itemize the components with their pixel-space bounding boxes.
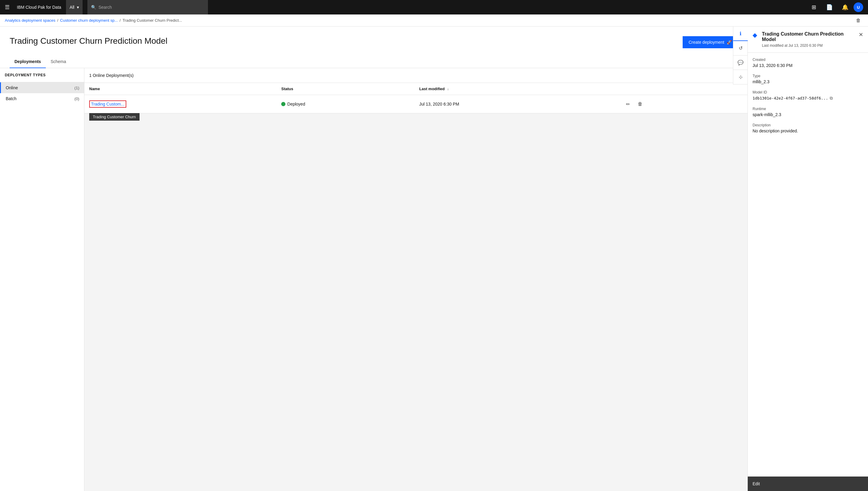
edit-row-btn[interactable]: ✏ (623, 99, 633, 109)
sidebar-item-batch-label: Batch (6, 96, 17, 101)
field-description-label: Description (752, 123, 863, 127)
cell-last-modified: Jul 13, 2020 6:30 PM (414, 95, 618, 113)
sort-icon: ↓ (447, 87, 449, 91)
document-icon-btn[interactable]: 📄 (822, 0, 837, 15)
delete-row-btn[interactable]: 🗑 (635, 99, 645, 109)
cell-status: Deployed (276, 95, 414, 113)
panel-model-icon: ◆ (752, 31, 757, 38)
field-type-label: Type (752, 74, 863, 78)
right-panel-header: ◆ Trading Customer Churn Prediction Mode… (748, 27, 868, 53)
breadcrumb-sep-2: / (120, 18, 121, 23)
field-runtime: Runtime spark-mllib_2.3 (752, 107, 863, 117)
field-runtime-value: spark-mllib_2.3 (752, 112, 863, 117)
data-table: Name Status Last modified ↓ (84, 83, 747, 113)
search-bar[interactable]: 🔍 (87, 0, 208, 15)
content-area: DEPLOYMENT TYPES Online (1) Batch (0) 1 … (0, 68, 747, 491)
all-dropdown[interactable]: All ▾ (66, 0, 83, 15)
top-nav: ☰ IBM Cloud Pak for Data All ▾ 🔍 ⊞ 📄 🔔 U (0, 0, 868, 15)
sidebar: DEPLOYMENT TYPES Online (1) Batch (0) (0, 68, 84, 491)
sidebar-item-online-badge: (1) (74, 86, 79, 90)
create-deployment-label: Create deployment (689, 40, 724, 45)
rocket-icon: 🚀 (727, 40, 732, 45)
status-cell: Deployed (281, 102, 410, 107)
breadcrumb-link-2[interactable]: Customer churn deployment sp... (60, 18, 118, 23)
col-status: Status (276, 83, 414, 95)
apps-icon-btn[interactable]: ⊞ (807, 0, 821, 15)
field-type-value: mllib_2.3 (752, 79, 863, 84)
page-header: Trading Customer Churn Prediction Model … (0, 27, 747, 68)
field-model-id-label: Model ID (752, 90, 863, 94)
status-dot (281, 102, 285, 106)
notification-icon-btn[interactable]: 🔔 (838, 0, 852, 15)
tab-deployments[interactable]: Deployments (10, 56, 46, 68)
field-model-id: Model ID 1db1301e-42e2-4f67-ad37-58df6..… (752, 90, 863, 101)
cell-name: Trading Custom... Trading Customer Churn (84, 95, 276, 113)
side-tab-history[interactable]: ↺ (733, 41, 748, 56)
create-deployment-button[interactable]: Create deployment 🚀 (683, 36, 738, 48)
app-title: IBM Cloud Pak for Data (17, 5, 61, 10)
col-last-modified[interactable]: Last modified ↓ (414, 83, 618, 95)
side-tab-comments[interactable]: 💬 (733, 56, 748, 70)
edit-button[interactable]: Edit (752, 481, 760, 486)
field-description-value: No description provided. (752, 128, 863, 133)
field-created-value: Jul 13, 2020 6:30 PM (752, 63, 863, 68)
nav-icons: ⊞ 📄 🔔 U (807, 0, 863, 15)
breadcrumb-sep-1: / (57, 18, 59, 23)
tabs: Deployments Schema (10, 56, 738, 68)
side-tab-info[interactable]: ℹ (733, 27, 748, 41)
page-title: Trading Customer Churn Prediction Model (10, 36, 167, 46)
tab-schema[interactable]: Schema (46, 56, 71, 68)
copy-model-id-btn[interactable]: ⧉ (830, 96, 833, 101)
sidebar-item-batch-badge: (0) (74, 96, 79, 101)
table-row: Trading Custom... Trading Customer Churn… (84, 95, 747, 113)
delete-icon-btn[interactable]: 🗑 (854, 16, 863, 25)
search-icon: 🔍 (91, 5, 96, 10)
breadcrumb-link-1[interactable]: Analytics deployment spaces (5, 18, 56, 23)
page-header-top: Trading Customer Churn Prediction Model … (10, 36, 738, 48)
right-panel: ◆ Trading Customer Churn Prediction Mode… (747, 27, 868, 491)
breadcrumb-bar: Analytics deployment spaces / Customer c… (0, 15, 868, 27)
field-runtime-label: Runtime (752, 107, 863, 111)
table-header-row: Name Status Last modified ↓ (84, 83, 747, 95)
row-actions: ✏ 🗑 (623, 99, 743, 109)
field-created-label: Created (752, 58, 863, 62)
col-actions (618, 83, 747, 95)
panel-footer: Edit (748, 476, 868, 491)
field-description: Description No description provided. (752, 123, 863, 133)
panel-title: Trading Customer Churn Prediction Model (762, 31, 859, 42)
sidebar-item-online[interactable]: Online (1) (0, 82, 84, 93)
field-created: Created Jul 13, 2020 6:30 PM (752, 58, 863, 68)
deployment-name-link[interactable]: Trading Custom... (89, 100, 126, 108)
sidebar-item-batch[interactable]: Batch (0) (0, 93, 84, 104)
chevron-down-icon: ▾ (77, 5, 79, 10)
model-id-row: 1db1301e-42e2-4f67-ad37-58df6... ⧉ (752, 96, 863, 101)
field-model-id-value: 1db1301e-42e2-4f67-ad37-58df6... (752, 96, 828, 100)
user-avatar[interactable]: U (854, 2, 863, 12)
all-label: All (70, 5, 74, 10)
field-type: Type mllib_2.3 (752, 74, 863, 84)
panel-subtitle: Last modified at Jul 13, 2020 6:30 PM (762, 44, 859, 48)
sidebar-header: DEPLOYMENT TYPES (0, 68, 84, 82)
col-name[interactable]: Name (84, 83, 276, 95)
status-label: Deployed (287, 102, 305, 107)
deployment-tooltip: Trading Customer Churn (89, 113, 140, 121)
close-icon[interactable]: ✕ (859, 31, 863, 38)
main-layout: Trading Customer Churn Prediction Model … (0, 27, 747, 491)
deployment-count: 1 Online Deployment(s) (84, 68, 747, 83)
side-tab-share[interactable]: ⊹ (733, 70, 748, 84)
cell-actions: ✏ 🗑 (618, 95, 747, 113)
breadcrumb-actions: 🗑 (854, 16, 863, 25)
table-area: 1 Online Deployment(s) Name Status Last … (84, 68, 747, 491)
panel-body: Created Jul 13, 2020 6:30 PM Type mllib_… (748, 53, 868, 476)
side-panel-tabs: ℹ ↺ 💬 ⊹ (733, 27, 747, 84)
breadcrumb: Analytics deployment spaces / Customer c… (5, 18, 854, 23)
hamburger-icon[interactable]: ☰ (5, 4, 10, 10)
sidebar-item-online-label: Online (6, 85, 18, 90)
search-input[interactable] (98, 5, 204, 10)
breadcrumb-current: Trading Customer Churn Predict... (122, 18, 182, 23)
